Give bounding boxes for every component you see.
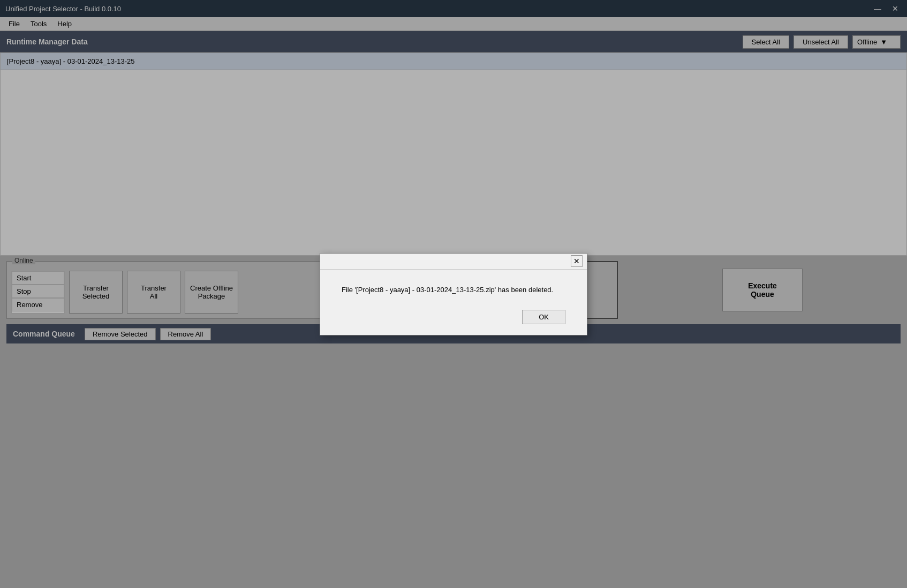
modal-overlay: ✕ File '[Project8 - yaaya] - 03-01-2024_… — [0, 0, 907, 588]
modal-dialog: ✕ File '[Project8 - yaaya] - 03-01-2024_… — [320, 253, 587, 335]
modal-close-button[interactable]: ✕ — [571, 255, 583, 267]
modal-body: File '[Project8 - yaaya] - 03-01-2024_13… — [320, 270, 587, 304]
modal-ok-button[interactable]: OK — [522, 310, 565, 324]
modal-message: File '[Project8 - yaaya] - 03-01-2024_13… — [342, 286, 553, 294]
modal-footer: OK — [320, 304, 587, 335]
modal-titlebar: ✕ — [320, 254, 587, 270]
